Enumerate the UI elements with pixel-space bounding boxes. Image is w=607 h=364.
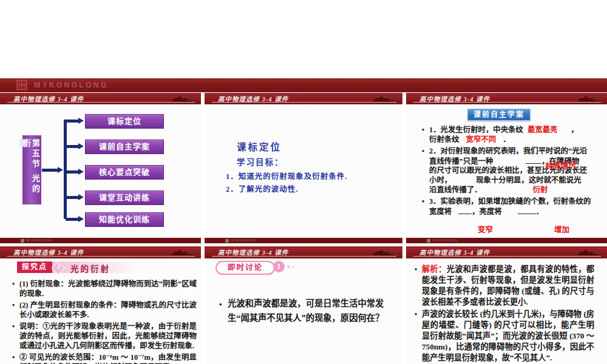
objectives-title: 课标定位 xyxy=(237,140,282,153)
analysis-label: 解析： xyxy=(422,265,447,274)
analysis-body: 解析：光波和声波都是波，都具有波的特性，都能发生干涉、衍射等现象，但是波发生明显… xyxy=(422,264,594,364)
explore-body: (1) 衍射现象：光波能够绕过障碍物而到达“阴影”区域的现象. (2) 产生明显… xyxy=(19,279,197,364)
explore-title: 光的衍射 xyxy=(70,262,110,274)
paragraph: (2) 产生明显衍射现象的条件：障碍物或孔的尺寸比波长小或跟波长差不多. xyxy=(19,300,197,320)
slide-content: 课标定位 学习目标： 1．知道光的衍射现象及衍射条件. 2．了解光的波动性. xyxy=(205,104,402,238)
slide-content: 即时讨论 1 光波和声波都是波，可是日常生活中常发生“闻其声不见其人”的现象，原… xyxy=(205,258,402,364)
slide-content: 射 第五节光的衍 课标定位 课前自主学案 核心要点突破 课堂互动讲练 知 xyxy=(0,104,201,238)
explore-number: 1 xyxy=(55,262,63,271)
toc-button-1[interactable]: 课标定位 xyxy=(85,114,164,129)
toc-button-3[interactable]: 核心要点突破 xyxy=(85,165,164,180)
footer-brand: MYKONGLONG xyxy=(231,239,256,242)
header-underline xyxy=(7,256,195,257)
main-arrow-head xyxy=(58,167,63,173)
section-title-text: 第五节光的衍 xyxy=(22,139,40,204)
objectives-subtitle: 学习目标： xyxy=(237,155,284,167)
paragraph: 说明：①光的干涉现象表明光是一种波，由于衍射是波的特点，则光能够衍射，因此，光能… xyxy=(19,322,197,351)
slide-content: 解析：光波和声波都是波，都具有波的特性，都能发生干涉、衍射等现象，但是波发生明显… xyxy=(406,258,607,364)
dino-logo-icon xyxy=(372,248,399,257)
text-line: 1．光发生衍射时，中央条纹最宽最亮， xyxy=(429,125,600,135)
section-title-box: 射 第五节光的衍 xyxy=(22,135,41,204)
dino-logo-icon xyxy=(577,248,603,257)
slide-header: 高中物理选修 3-4 课件 xyxy=(0,246,201,258)
paragraph: ② 可见光的波长范围：10⁻⁶m ～ 10⁻⁷m，由发生明显衍射现象的条件可知，… xyxy=(19,352,197,364)
slide-header-title: 高中物理选修 3-4 课件 xyxy=(218,248,288,257)
answer-diffraction: 衍射 xyxy=(533,186,548,194)
text-line: 2．对衍射现象的研究表明，我们平时说的“光沿 xyxy=(429,146,600,156)
dino-logo-icon xyxy=(577,95,603,103)
blank-line xyxy=(526,156,541,164)
page: MYKONGLONG 高中物理选修 3-4 课件 射 第五节光的衍 xyxy=(0,0,607,364)
slide-header: 高中物理选修 3-4 课件 xyxy=(0,93,201,104)
slide-header-title: 高中物理选修 3-4 课件 xyxy=(419,248,490,257)
header-underline xyxy=(7,102,195,103)
pretest-body: 1．光发生衍射时，中央条纹最宽最亮， 衍射条纹宽窄不同． 2．对衍射现象的研究表… xyxy=(429,125,600,216)
slide-content: 探究点 1 光的衍射 (1) 衍射现象：光波能够绕过障碍物而到达“阴影”区域的现… xyxy=(0,258,201,364)
slide-footer: MYKONGLONG xyxy=(205,238,402,243)
explore-strip: 探究点 1 光的衍射 xyxy=(17,261,141,273)
discuss-number-badge: 1 xyxy=(273,261,285,272)
blank-line xyxy=(458,206,472,214)
top-banner: MYKONGLONG xyxy=(0,78,607,92)
slide-thumb-discuss[interactable]: 高中物理选修 3-4 课件 即时讨论 1 光波和声波都是波，可是日常生活中常发生… xyxy=(205,246,402,364)
main-arrow xyxy=(42,169,58,172)
dino-logo-icon xyxy=(171,95,197,103)
paragraph: (1) 衍射现象：光波能够绕过障碍物而到达“阴影”区域的现象. xyxy=(19,279,197,298)
footer-brand: MYKONGLONG xyxy=(27,239,52,242)
decorative-dot xyxy=(292,266,294,268)
pretest-banner: 课前自主学案 xyxy=(467,109,531,121)
slide-thumb-explore[interactable]: 高中物理选修 3-4 课件 探究点 1 光的衍射 (1) 衍射现象：光波能够绕过… xyxy=(0,246,201,364)
dino-logo-icon xyxy=(171,248,197,257)
slide-thumb-objectives[interactable]: 高中物理选修 3-4 课件 课标定位 学习目标： 1．知道光的衍射现象及衍射条件… xyxy=(205,93,402,243)
toc-button-2[interactable]: 课前自主学案 xyxy=(85,140,164,154)
answer-varying-width: 宽窄不同 xyxy=(466,135,497,144)
text-line: 小时，现象十分明显，这时就不能说光 xyxy=(429,175,600,185)
slide-thumb-pretest[interactable]: 高中物理选修 3-4 课件 课前自主学案 1．光发生衍射时，中央条纹最宽最亮， … xyxy=(406,93,607,243)
explore-tag: 探究点 xyxy=(17,261,52,273)
slide-thumb-toc[interactable]: 高中物理选修 3-4 课件 射 第五节光的衍 xyxy=(0,93,201,243)
footer-logo-icon xyxy=(225,239,229,243)
branch-arrow-head xyxy=(78,169,84,175)
header-underline xyxy=(212,102,396,103)
header-underline xyxy=(413,102,601,103)
branch-arrow xyxy=(66,170,79,174)
footer-brand: MYKONGLONG xyxy=(433,239,458,242)
discuss-question: 光波和声波都是波，可是日常生活中常发生“闻其声不见其人”的现象，原因何在？ xyxy=(228,296,390,325)
branch-arrow-head xyxy=(78,216,84,222)
dino-logo-icon xyxy=(372,95,399,103)
decorative-dot xyxy=(287,265,290,268)
answer-special-case: 特殊情况 xyxy=(546,158,577,172)
branch-arrow-head xyxy=(78,143,84,149)
slide-thumb-analysis[interactable]: 高中物理选修 3-4 课件 解析：光波和声波都是波，都具有波的特性，都能发生干涉… xyxy=(406,246,607,364)
branch-arrow xyxy=(66,196,79,199)
footer-logo-icon xyxy=(21,239,24,243)
branch-arrow xyxy=(66,218,79,221)
objective-item: 2．了解光的波动性. xyxy=(226,183,298,194)
text-line: 宽度将，亮度将． xyxy=(429,206,600,216)
header-underline xyxy=(413,256,601,257)
slide-footer: MYKONGLONG xyxy=(406,238,607,243)
brand-text: MYKONGLONG xyxy=(34,81,108,89)
branch-arrow xyxy=(66,145,79,148)
discuss-tag: 即时讨论 xyxy=(215,261,275,275)
blank-line xyxy=(518,206,536,214)
toc-button-5[interactable]: 知能优化训练 xyxy=(85,212,164,227)
slide-header: 高中物理选修 3-4 课件 xyxy=(205,93,402,104)
footer-logo-icon xyxy=(427,239,430,243)
slide-header: 高中物理选修 3-4 课件 xyxy=(205,246,402,258)
branch-arrow xyxy=(66,120,79,123)
slide-header: 高中物理选修 3-4 课件 xyxy=(406,93,607,104)
answer-widest-brightest: 最宽最亮 xyxy=(527,126,558,134)
paragraph: 解析：光波和声波都是波，都具有波的特性，都能发生干涉、衍射等现象，但是波发生明显… xyxy=(422,264,594,308)
toc-button-4[interactable]: 课堂互动讲练 xyxy=(85,190,164,205)
text-line: 3．实验表明，如果增加狭缝的个数，衍射条纹的 xyxy=(429,197,600,206)
answer-narrower: 变窄 xyxy=(478,223,493,235)
slide-header-title: 高中物理选修 3-4 课件 xyxy=(13,248,84,257)
branch-arrow-head xyxy=(78,118,84,124)
paragraph: 声波的波长较长 (约几米到十几米)，与障碍物 (房屋的墙壁、门缝等) 的尺寸可以… xyxy=(422,309,594,363)
text-line: 衍射条纹宽窄不同． xyxy=(429,135,600,144)
trunk-line xyxy=(64,120,67,219)
slide-footer: MYKONGLONG xyxy=(0,238,201,243)
answer-increase: 增加 xyxy=(554,223,569,235)
text-line: 沿直线传播了．衍射 xyxy=(429,185,600,195)
